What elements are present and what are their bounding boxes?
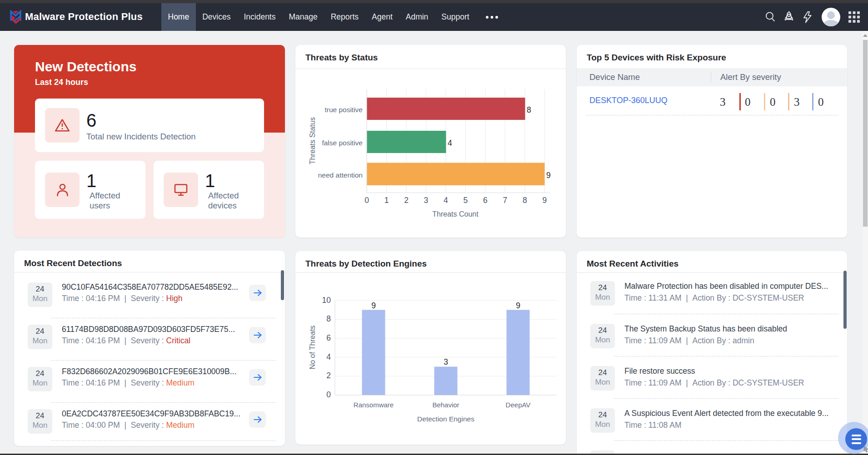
svg-text:5: 5 xyxy=(464,196,468,205)
svg-text:0: 0 xyxy=(326,390,331,399)
svg-text:Detection Engines: Detection Engines xyxy=(417,415,474,423)
svg-text:No of Threats: No of Threats xyxy=(309,326,316,370)
svg-text:2: 2 xyxy=(404,196,409,205)
svg-text:3: 3 xyxy=(424,196,429,205)
svg-text:Ransomware: Ransomware xyxy=(354,401,394,409)
svg-text:8: 8 xyxy=(527,105,531,114)
svg-text:Behavior: Behavior xyxy=(432,401,459,409)
svg-text:9: 9 xyxy=(516,301,520,310)
svg-text:1: 1 xyxy=(384,196,389,205)
svg-text:false positive: false positive xyxy=(322,139,363,147)
svg-text:3: 3 xyxy=(444,357,448,366)
svg-text:9: 9 xyxy=(542,196,547,205)
svg-text:0: 0 xyxy=(364,196,369,205)
svg-text:10: 10 xyxy=(322,296,331,305)
svg-text:7: 7 xyxy=(503,196,507,205)
svg-text:9: 9 xyxy=(371,301,376,310)
svg-text:Threats Status: Threats Status xyxy=(309,117,316,164)
svg-text:8: 8 xyxy=(326,314,331,323)
svg-text:6: 6 xyxy=(483,196,488,205)
svg-text:4: 4 xyxy=(444,196,448,205)
svg-text:Threats Count: Threats Count xyxy=(432,210,479,218)
svg-text:8: 8 xyxy=(523,196,527,205)
svg-text:2: 2 xyxy=(326,371,331,380)
svg-text:6: 6 xyxy=(326,333,331,342)
svg-text:4: 4 xyxy=(448,138,452,148)
svg-text:DeepAV: DeepAV xyxy=(506,401,531,409)
svg-text:need attention: need attention xyxy=(318,171,363,179)
svg-text:4: 4 xyxy=(326,352,331,361)
svg-text:true positive: true positive xyxy=(324,106,363,114)
svg-text:9: 9 xyxy=(546,171,551,180)
